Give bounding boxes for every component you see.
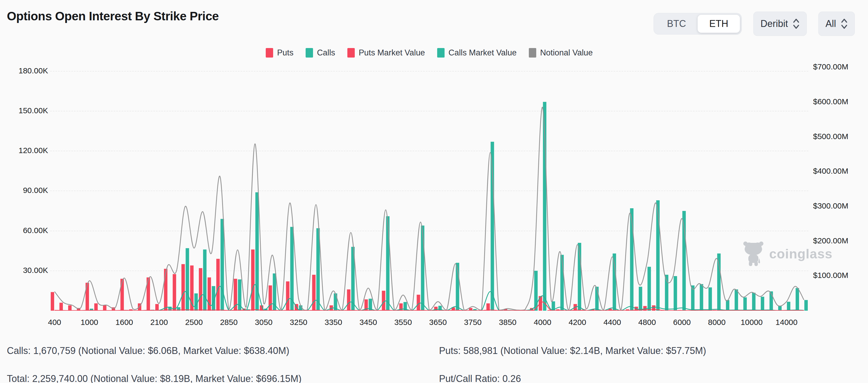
x-axis-tick: 1000: [81, 318, 98, 327]
legend-item-puts[interactable]: Puts: [266, 48, 293, 58]
call-bar: [735, 289, 738, 311]
call-bar: [186, 248, 189, 311]
legend-swatch-icon: [347, 48, 355, 58]
put-bar: [94, 303, 98, 311]
call-bar: [386, 216, 390, 311]
updown-chevron-icon: [841, 18, 848, 30]
legend-label: Puts Market Value: [359, 48, 425, 58]
left-axis-tick: 60.00K: [0, 226, 48, 235]
call-bar: [674, 276, 677, 311]
put-bar: [86, 283, 89, 311]
chart-legend: PutsCallsPuts Market ValueCalls Market V…: [50, 48, 808, 58]
legend-swatch-icon: [306, 48, 313, 58]
call-bar: [194, 293, 198, 311]
expiry-select-value: All: [826, 19, 836, 29]
legend-label: Calls: [317, 48, 335, 58]
put-bar: [417, 295, 420, 311]
header-controls: BTC ETH Deribit All: [653, 11, 855, 36]
call-bar: [717, 253, 721, 311]
right-axis-tick: $400.00M: [813, 166, 848, 175]
x-axis-tick: 4800: [638, 318, 656, 327]
x-axis-tick: 2850: [220, 318, 238, 327]
right-axis-tick: $600.00M: [813, 97, 848, 106]
left-axis-tick: 180.00K: [0, 66, 48, 75]
call-bar: [743, 297, 747, 311]
legend-item-calls[interactable]: Calls: [306, 48, 335, 58]
put-bar: [251, 249, 255, 311]
updown-chevron-icon: [793, 18, 800, 30]
left-axis-tick: 120.00K: [0, 146, 48, 155]
x-axis-tick: 400: [48, 318, 61, 327]
call-bar: [647, 267, 651, 311]
watermark-label: coinglass: [769, 246, 833, 262]
legend-label: Puts: [277, 48, 293, 58]
x-axis-tick: 3550: [394, 318, 412, 327]
x-axis-tick: 4200: [568, 318, 586, 327]
x-axis-tick: 3450: [360, 318, 377, 327]
call-bar: [752, 293, 755, 311]
call-bar: [656, 200, 659, 311]
options-oi-chart[interactable]: [50, 61, 808, 311]
asset-btc-button[interactable]: BTC: [655, 15, 698, 33]
call-bar: [778, 306, 782, 311]
legend-swatch-icon: [529, 48, 536, 58]
legend-item-notional-value[interactable]: Notional Value: [529, 48, 593, 58]
x-axis-tick: 3650: [429, 318, 447, 327]
put-bar: [312, 275, 316, 311]
call-bar: [421, 226, 425, 311]
put-bar: [182, 264, 185, 311]
put-bar: [59, 303, 63, 311]
call-bar: [787, 302, 790, 311]
x-axis-tick: 3350: [324, 318, 342, 327]
call-bar: [761, 297, 764, 311]
stat-puts: Puts: 588,981 (Notional Value: $2.14B, M…: [439, 345, 706, 356]
exchange-select[interactable]: Deribit: [753, 11, 807, 36]
put-bar: [103, 306, 106, 311]
exchange-select-value: Deribit: [761, 19, 788, 29]
x-axis-tick: 4000: [534, 318, 551, 327]
legend-item-calls-market-value[interactable]: Calls Market Value: [437, 48, 517, 58]
call-bar: [613, 253, 616, 311]
call-bar: [221, 219, 224, 311]
x-axis-tick: 8000: [708, 318, 725, 327]
x-axis-tick: 3850: [499, 318, 517, 327]
put-bar: [199, 268, 202, 311]
put-bar: [216, 259, 220, 311]
x-axis-tick: 2100: [150, 318, 168, 327]
legend-item-puts-market-value[interactable]: Puts Market Value: [347, 48, 425, 58]
x-axis-tick: 14000: [776, 318, 798, 327]
stat-calls: Calls: 1,670,759 (Notional Value: $6.06B…: [7, 345, 289, 356]
call-bar: [700, 284, 703, 311]
right-axis-tick: $100.00M: [813, 271, 848, 280]
left-axis-tick: 90.00K: [0, 186, 48, 195]
call-bar: [726, 300, 729, 311]
legend-swatch-icon: [437, 48, 444, 58]
put-bar: [382, 291, 385, 311]
right-axis-tick: $500.00M: [813, 132, 848, 141]
page-title: Options Open Interest By Strike Price: [7, 9, 219, 23]
asset-eth-button[interactable]: ETH: [698, 15, 740, 33]
right-axis-tick: $300.00M: [813, 201, 848, 211]
legend-swatch-icon: [266, 48, 273, 58]
put-bar: [155, 304, 159, 311]
put-bar: [286, 281, 289, 311]
x-axis-tick: 6000: [673, 318, 691, 327]
put-bar: [68, 306, 71, 311]
expiry-select[interactable]: All: [818, 11, 855, 36]
x-axis-tick: 2500: [185, 318, 203, 327]
x-axis-tick: 3750: [464, 318, 482, 327]
put-bar: [347, 289, 350, 311]
call-bar: [709, 287, 712, 311]
x-axis-tick: 3250: [290, 318, 307, 327]
legend-label: Notional Value: [540, 48, 593, 58]
asset-toggle: BTC ETH: [653, 13, 742, 35]
put-bar: [51, 292, 54, 311]
put-bar: [486, 303, 490, 311]
put-bar: [173, 274, 176, 311]
call-bar: [796, 288, 799, 311]
call-bar: [203, 249, 207, 311]
left-axis-tick: 30.00K: [0, 266, 48, 275]
put-bar: [120, 279, 124, 311]
call-bar: [290, 227, 294, 311]
stat-ratio: Put/Call Ratio: 0.26: [439, 373, 521, 383]
